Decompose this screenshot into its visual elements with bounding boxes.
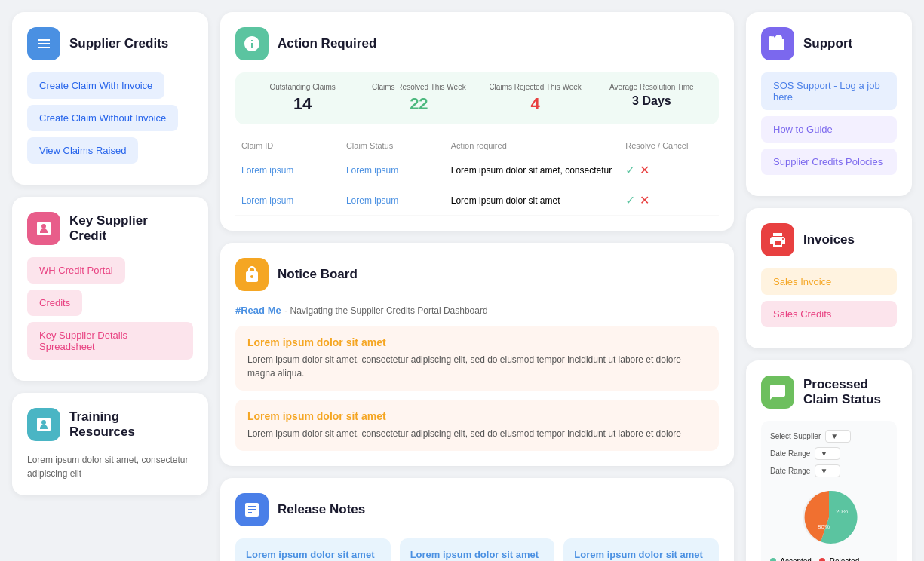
notice-board-card: Notice Board #Read Me - Navigating the S…: [220, 243, 734, 466]
resolved-value: 22: [364, 94, 474, 114]
training-header: Training Resources: [27, 408, 193, 441]
processed-claim-icon: [761, 376, 794, 409]
row2-check-icon[interactable]: ✓: [625, 193, 635, 207]
table-row: Lorem ipsum Lorem ipsum Lorem ipsum dolo…: [235, 185, 719, 216]
key-supplier-title: Key Supplier Credit: [69, 213, 148, 244]
training-title: Training Resources: [69, 409, 135, 440]
supplier-credits-title: Supplier Credits: [69, 36, 168, 51]
create-claim-invoice-button[interactable]: Create Claim With Invoice: [27, 72, 164, 99]
pie-chart-area: 20% 80%: [770, 483, 888, 551]
table-header: Claim ID Claim Status Action required Re…: [235, 136, 719, 155]
accepted-pct-label: 80%: [818, 523, 830, 530]
row2-status[interactable]: Lorem ipsum: [346, 195, 451, 206]
training-card: Training Resources Lorem ipsum dolor sit…: [12, 393, 208, 495]
create-claim-no-invoice-button[interactable]: Create Claim Without Invoice: [27, 105, 178, 131]
rejected-stat: Claims Rejected This Week 4: [480, 83, 591, 114]
notice-item-2-title: Lorem ipsum dolor sit amet: [247, 410, 707, 422]
col-id: Claim ID: [241, 141, 346, 150]
training-text: Lorem ipsum dolor sit amet, consectetur …: [27, 453, 193, 480]
row2-action: Lorem ipsum dolor sit amet: [451, 195, 625, 206]
accepted-legend: Accepted: [770, 557, 812, 561]
support-icon: [761, 27, 794, 60]
notice-board-title: Notice Board: [278, 267, 358, 282]
accepted-dot: [770, 558, 776, 561]
support-header: Support: [761, 27, 897, 60]
release-notes-icon: [235, 493, 269, 526]
row1-id[interactable]: Lorem ipsum: [241, 165, 346, 176]
row2-actions: ✓ ✕: [625, 193, 713, 207]
release-grid: Lorem ipsum dolor sit amet Lorem ipsum d…: [235, 538, 719, 561]
processed-claim-title: Processed Claim Status: [803, 377, 881, 408]
notice-board-header: Notice Board: [235, 258, 719, 291]
date-range-2-label: Date Range: [770, 467, 810, 475]
resolved-label: Claims Resolved This Week: [364, 83, 474, 91]
policies-button[interactable]: Supplier Credits Polocies: [761, 149, 897, 175]
read-me-link[interactable]: #Read Me: [235, 305, 281, 316]
action-required-card: Action Required Outstanding Claims 14 Cl…: [220, 12, 734, 231]
col-resolve: Resolve / Cancel: [625, 141, 713, 150]
action-required-header: Action Required: [235, 27, 719, 60]
resolved-stat: Claims Resolved This Week 22: [364, 83, 474, 114]
rejected-dot: [819, 558, 825, 561]
date-range-1-row: Date Range ▼: [770, 447, 888, 460]
row1-action: Lorem ipsum dolor sit amet, consectetur: [451, 165, 625, 176]
chart-container: Select Supplier ▼ Date Range ▼ Date Rang…: [761, 421, 897, 561]
row2-cancel-icon[interactable]: ✕: [640, 193, 649, 207]
rejected-pct-label: 20%: [836, 508, 848, 515]
invoices-title: Invoices: [803, 232, 855, 247]
date-range-1-label: Date Range: [770, 449, 810, 458]
release-item-1: Lorem ipsum dolor sit amet Lorem ipsum d…: [235, 538, 391, 561]
col-action: Action required: [451, 141, 625, 150]
rejected-value: 4: [480, 94, 591, 114]
notice-item-2: Lorem ipsum dolor sit amet Lorem ipsum d…: [235, 400, 719, 451]
release-notes-title: Release Notes: [278, 502, 365, 517]
date-range-2-row: Date Range ▼: [770, 464, 888, 477]
processed-claim-card: Processed Claim Status Select Supplier ▼…: [746, 360, 912, 561]
spreadsheet-button[interactable]: Key Supplier Details Spreadsheet: [27, 322, 193, 360]
row1-status[interactable]: Lorem ipsum: [346, 165, 451, 176]
notice-item-1: Lorem ipsum dolor sit amet Lorem ipsum d…: [235, 326, 719, 391]
row2-id[interactable]: Lorem ipsum: [241, 195, 346, 206]
notice-item-1-text: Lorem ipsum dolor sit amet, consectetur …: [247, 353, 707, 380]
date-range-2-select[interactable]: ▼: [815, 464, 840, 477]
supplier-credits-card: Supplier Credits Create Claim With Invoi…: [12, 12, 208, 185]
pie-chart-svg: 20% 80%: [795, 483, 863, 551]
release-item-3-title: Lorem ipsum dolor sit amet: [574, 549, 708, 560]
supplier-credits-icon: [27, 27, 60, 60]
support-card: Support SOS Support - Log a job here How…: [746, 12, 912, 196]
notice-board-icon: [235, 258, 269, 291]
notice-subtitle-row: #Read Me - Navigating the Supplier Credi…: [235, 303, 719, 317]
how-to-guide-button[interactable]: How to Guide: [761, 116, 897, 143]
sales-invoice-button[interactable]: Sales Invoice: [761, 268, 897, 295]
invoices-card: Invoices Sales Invoice Sales Credits: [746, 208, 912, 348]
release-item-3: Lorem ipsum dolor sit amet Lorem ipsum d…: [563, 538, 719, 561]
release-item-2-title: Lorem ipsum dolor sit amet: [410, 549, 545, 560]
credits-button[interactable]: Credits: [27, 290, 82, 316]
chart-controls: Select Supplier ▼ Date Range ▼ Date Rang…: [770, 430, 888, 477]
supplier-select-row: Select Supplier ▼: [770, 430, 888, 443]
invoices-icon: [761, 223, 794, 256]
row1-check-icon[interactable]: ✓: [625, 163, 635, 177]
key-supplier-header: Key Supplier Credit: [27, 212, 193, 245]
key-supplier-icon: [27, 212, 60, 245]
processed-claim-header: Processed Claim Status: [761, 376, 897, 409]
outstanding-label: Outstanding Claims: [247, 83, 358, 91]
release-item-1-title: Lorem ipsum dolor sit amet: [246, 549, 380, 560]
row1-cancel-icon[interactable]: ✕: [640, 163, 649, 177]
release-notes-header: Release Notes: [235, 493, 719, 526]
sos-support-button[interactable]: SOS Support - Log a job here: [761, 72, 897, 110]
credit-portal-button[interactable]: WH Credit Portal: [27, 257, 125, 284]
date-range-1-select[interactable]: ▼: [815, 447, 840, 460]
release-notes-card: Release Notes Lorem ipsum dolor sit amet…: [220, 478, 734, 561]
sales-credits-button[interactable]: Sales Credits: [761, 301, 897, 327]
avg-label: Average Resolution Time: [597, 83, 707, 91]
col-status: Claim Status: [346, 141, 451, 150]
supplier-select[interactable]: ▼: [825, 430, 851, 443]
invoices-header: Invoices: [761, 223, 897, 256]
notice-subtitle: - Navigating the Supplier Credits Portal…: [284, 305, 487, 316]
outstanding-value: 14: [247, 94, 358, 114]
view-claims-button[interactable]: View Claims Raised: [27, 137, 138, 164]
key-supplier-card: Key Supplier Credit WH Credit Portal Cre…: [12, 197, 208, 381]
release-item-2: Lorem ipsum dolor sit amet Lorem ipsum d…: [400, 538, 555, 561]
action-required-title: Action Required: [278, 36, 376, 51]
